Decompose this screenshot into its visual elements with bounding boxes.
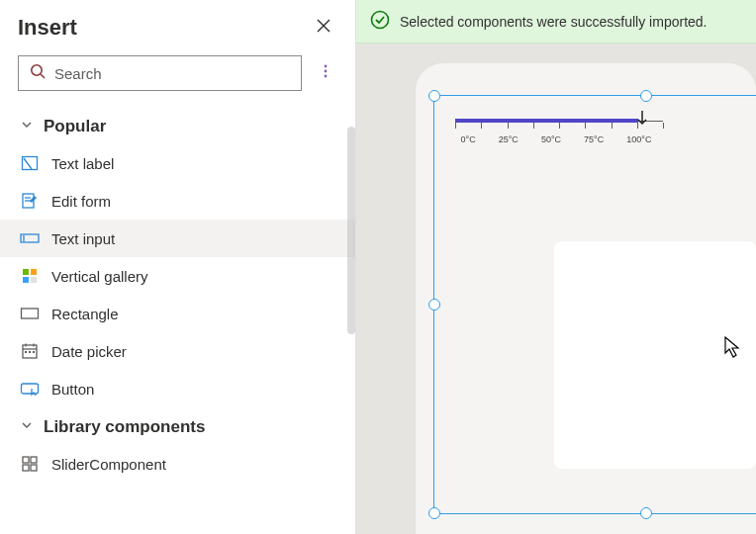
success-icon: [370, 10, 390, 33]
item-label: Date picker: [51, 343, 127, 360]
insert-item-slider-component[interactable]: SliderComponent: [0, 445, 355, 483]
text-label-icon: [20, 153, 40, 173]
button-icon: [20, 379, 40, 399]
close-panel-button[interactable]: [310, 14, 337, 42]
svg-rect-28: [31, 457, 37, 463]
section-title: Popular: [44, 117, 106, 136]
svg-rect-18: [22, 309, 39, 318]
tick-label: 25°C: [499, 134, 519, 144]
svg-line-3: [41, 74, 45, 78]
svg-rect-14: [23, 269, 29, 275]
chevron-down-icon: [20, 118, 34, 135]
item-label: SliderComponent: [51, 456, 166, 473]
section-title: Library components: [44, 417, 205, 437]
notification-text: Selected components were successfully im…: [400, 14, 707, 30]
tick-label: 75°C: [584, 134, 604, 144]
slider-component[interactable]: 0°C 25°C 50°C 75°C 100°C: [455, 111, 663, 160]
svg-line-8: [24, 158, 32, 169]
svg-rect-26: [22, 384, 39, 394]
vertical-gallery-icon: [20, 266, 40, 286]
insert-item-button[interactable]: Button: [0, 370, 355, 407]
tick-label: 100°C: [626, 134, 651, 144]
insert-tree[interactable]: Popular Text label Edit form Text input: [0, 103, 355, 534]
svg-rect-30: [31, 465, 37, 471]
tick-label: 0°C: [461, 134, 476, 144]
slider-tick-labels: 0°C 25°C 50°C 75°C 100°C: [449, 134, 663, 144]
search-field[interactable]: [54, 65, 291, 82]
slider-ticks: [455, 123, 663, 131]
close-icon: [316, 18, 331, 38]
svg-point-4: [325, 65, 328, 68]
item-label: Edit form: [51, 193, 111, 210]
panel-title: Insert: [18, 15, 77, 41]
insert-item-vertical-gallery[interactable]: Vertical gallery: [0, 257, 355, 295]
selection-handle[interactable]: [640, 507, 652, 519]
insert-item-date-picker[interactable]: Date picker: [0, 332, 355, 370]
svg-rect-23: [25, 351, 27, 353]
success-notification: Selected components were successfully im…: [356, 0, 756, 44]
search-input[interactable]: [18, 55, 302, 91]
svg-rect-27: [23, 457, 29, 463]
more-options-button[interactable]: [314, 61, 337, 85]
item-label: Button: [51, 381, 94, 398]
edit-form-icon: [20, 191, 40, 211]
insert-item-edit-form[interactable]: Edit form: [0, 182, 355, 220]
text-input-icon: [20, 228, 40, 248]
section-header-popular[interactable]: Popular: [0, 107, 355, 144]
svg-point-31: [372, 12, 389, 29]
svg-rect-16: [23, 277, 29, 283]
svg-rect-15: [31, 269, 37, 275]
svg-point-5: [325, 70, 328, 73]
tick-label: 50°C: [541, 134, 561, 144]
selection-handle[interactable]: [428, 507, 440, 519]
svg-point-6: [325, 75, 328, 78]
item-label: Text input: [51, 230, 115, 247]
design-stage[interactable]: 0°C 25°C 50°C 75°C 100°C: [356, 44, 756, 534]
date-picker-icon: [20, 341, 40, 361]
item-label: Rectangle: [51, 306, 119, 322]
insert-item-rectangle[interactable]: Rectangle: [0, 295, 355, 332]
panel-header: Insert: [0, 0, 355, 49]
insert-panel: Insert: [0, 0, 356, 534]
more-vertical-icon: [318, 63, 333, 83]
selection-handle[interactable]: [640, 90, 652, 102]
section-header-library[interactable]: Library components: [0, 407, 355, 445]
selection-handle[interactable]: [428, 299, 440, 311]
canvas-area[interactable]: Selected components were successfully im…: [356, 0, 756, 534]
search-icon: [29, 62, 47, 84]
item-label: Vertical gallery: [51, 268, 148, 285]
scrollbar-thumb[interactable]: [347, 127, 355, 334]
svg-rect-17: [31, 277, 37, 283]
svg-rect-29: [23, 465, 29, 471]
component-icon: [20, 454, 40, 474]
svg-point-2: [32, 65, 42, 75]
svg-rect-25: [33, 351, 35, 353]
insert-item-text-label[interactable]: Text label: [0, 144, 355, 182]
insert-item-text-input[interactable]: Text input: [0, 220, 355, 257]
rectangle-icon: [20, 304, 40, 323]
item-label: Text label: [51, 155, 114, 172]
chevron-down-icon: [20, 418, 34, 436]
svg-rect-24: [29, 351, 31, 353]
selection-handle[interactable]: [428, 90, 440, 102]
